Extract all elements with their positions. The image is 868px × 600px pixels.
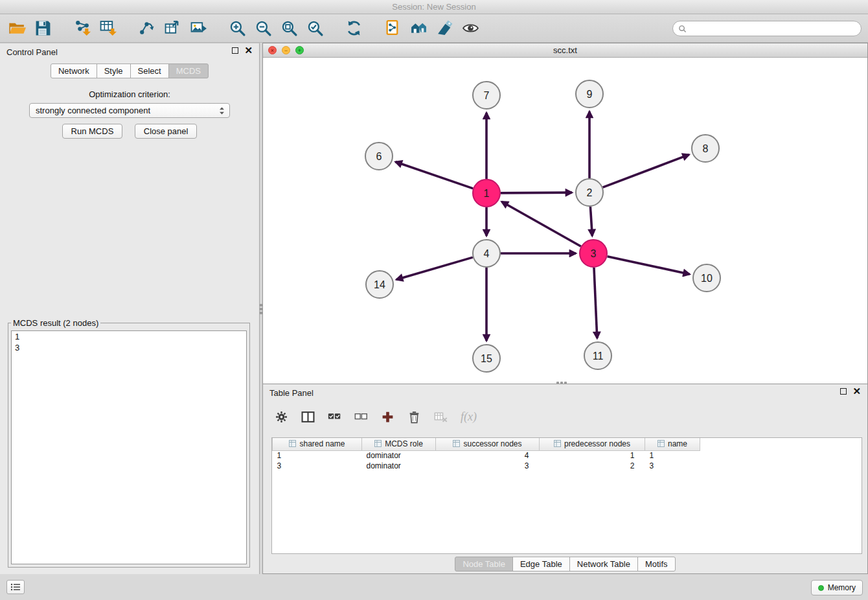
column-header-MCDS-role[interactable]: MCDS role <box>362 438 436 450</box>
column-header-shared-name[interactable]: shared name <box>273 438 362 450</box>
zoom-out-button[interactable] <box>250 17 276 40</box>
network-canvas[interactable]: 7968124314101511 <box>263 58 867 384</box>
tab-mcds[interactable]: MCDS <box>168 63 209 78</box>
node-1[interactable]: 1 <box>473 179 500 207</box>
node-9[interactable]: 9 <box>576 80 603 108</box>
table-cell[interactable]: dominator <box>362 450 436 461</box>
edge-2-8[interactable] <box>603 155 689 188</box>
node-11[interactable]: 11 <box>584 342 611 369</box>
table-cell[interactable]: 3 <box>645 461 700 471</box>
import-network-button[interactable] <box>69 17 95 40</box>
column-header-label: predecessor nodes <box>564 439 630 448</box>
select-all-button[interactable] <box>328 410 341 424</box>
mcds-result-item[interactable]: 1 <box>12 331 246 342</box>
window-titlebar[interactable]: Session: New Session <box>0 0 868 14</box>
open-file-button[interactable] <box>4 17 30 40</box>
show-graphics-details-button[interactable] <box>457 17 483 40</box>
minimize-window-button[interactable]: − <box>282 46 290 54</box>
zoom-fit-button[interactable] <box>276 17 302 40</box>
table-cell[interactable]: 1 <box>540 450 645 461</box>
import-table-button[interactable] <box>95 17 120 40</box>
delete-row-button[interactable] <box>407 410 421 424</box>
add-row-button[interactable] <box>381 410 394 424</box>
close-table-panel-icon[interactable]: ✕ <box>852 388 861 395</box>
node-10[interactable]: 10 <box>693 264 720 292</box>
export-network-button[interactable] <box>133 17 159 40</box>
tab-network-table[interactable]: Network Table <box>569 557 638 571</box>
float-panel-icon[interactable] <box>232 47 238 54</box>
tab-edge-table[interactable]: Edge Table <box>512 557 570 571</box>
column-header-name[interactable]: name <box>645 438 700 450</box>
zoom-in-button[interactable] <box>224 17 250 40</box>
task-history-button[interactable] <box>6 580 25 594</box>
apply-layout-button[interactable] <box>341 17 367 40</box>
table-cell[interactable]: 1 <box>645 450 700 461</box>
node-6[interactable]: 6 <box>365 143 393 170</box>
column-header-predecessor-nodes[interactable]: predecessor nodes <box>540 438 645 450</box>
node-15[interactable]: 15 <box>473 345 500 372</box>
table-cell[interactable]: 3 <box>436 461 540 471</box>
float-table-panel-icon[interactable] <box>840 388 847 395</box>
edge-3-10[interactable] <box>607 257 689 275</box>
table-row[interactable]: 3dominator323 <box>273 461 700 471</box>
run-mcds-button[interactable]: Run MCDS <box>62 124 123 139</box>
column-type-icon <box>657 440 665 449</box>
edge-3-11[interactable] <box>594 268 597 338</box>
node-7[interactable]: 7 <box>473 82 500 109</box>
column-type-icon <box>453 440 460 449</box>
save-session-button[interactable] <box>30 17 56 40</box>
node-8[interactable]: 8 <box>692 135 719 162</box>
edge-2-3[interactable] <box>590 207 592 236</box>
memory-button[interactable]: Memory <box>811 580 863 595</box>
edge-3-1[interactable] <box>502 202 581 246</box>
search-input[interactable] <box>687 22 861 35</box>
network-window-titlebar[interactable]: × − + scc.txt <box>263 43 867 58</box>
table-cell[interactable]: 1 <box>273 450 362 461</box>
table-panel-header: Table Panel ✕ <box>263 384 867 401</box>
node-label: 11 <box>593 351 604 362</box>
export-table-button[interactable] <box>159 17 185 40</box>
first-neighbors-button[interactable] <box>405 17 431 40</box>
tab-node-table[interactable]: Node Table <box>455 557 513 571</box>
zoom-selected-button[interactable] <box>302 17 328 40</box>
memory-button-label: Memory <box>828 583 856 592</box>
vertical-splitter-grip[interactable] <box>258 303 263 315</box>
close-panel-icon[interactable]: ✕ <box>244 47 253 54</box>
settings-gear-button[interactable] <box>275 410 288 424</box>
search-field[interactable] <box>672 21 862 36</box>
tab-select[interactable]: Select <box>130 63 169 78</box>
table-row[interactable]: 1dominator411 <box>273 450 700 461</box>
style-brush-button[interactable] <box>431 17 457 40</box>
column-layout-button[interactable] <box>301 410 315 424</box>
new-network-from-selection-button[interactable] <box>380 17 405 40</box>
mcds-result-title: MCDS result (2 nodes) <box>11 318 100 328</box>
tab-style[interactable]: Style <box>97 63 131 78</box>
mcds-result-item[interactable]: 3 <box>12 342 246 353</box>
export-table-icon <box>164 19 181 37</box>
node-3[interactable]: 3 <box>580 240 607 267</box>
edge-4-14[interactable] <box>396 257 473 279</box>
node-2[interactable]: 2 <box>576 179 603 206</box>
criterion-select[interactable]: strongly connected component <box>29 103 230 118</box>
table-cell[interactable]: 4 <box>436 450 540 461</box>
tab-network[interactable]: Network <box>51 63 97 78</box>
network-graph: 7968124314101511 <box>263 58 867 383</box>
close-panel-button[interactable]: Close panel <box>135 124 198 139</box>
node-14[interactable]: 14 <box>366 271 393 298</box>
edge-1-2[interactable] <box>501 192 572 193</box>
table-cell[interactable]: 2 <box>540 461 645 471</box>
column-header-successor-nodes[interactable]: successor nodes <box>436 438 540 450</box>
tab-motifs[interactable]: Motifs <box>637 557 676 571</box>
deselect-all-button[interactable] <box>354 410 368 424</box>
mcds-buttons-row: Run MCDS Close panel <box>0 124 259 139</box>
horizontal-splitter-grip[interactable] <box>556 380 567 385</box>
close-window-button[interactable]: × <box>268 46 277 54</box>
export-image-button[interactable] <box>185 17 211 40</box>
mcds-result-list[interactable]: 13 <box>11 330 247 564</box>
maximize-window-button[interactable]: + <box>295 46 304 54</box>
node-4[interactable]: 4 <box>473 240 500 267</box>
edge-1-6[interactable] <box>396 162 474 189</box>
table-cell[interactable]: dominator <box>362 461 436 471</box>
function-builder-button: f(x) <box>461 410 477 424</box>
table-cell[interactable]: 3 <box>273 461 362 471</box>
